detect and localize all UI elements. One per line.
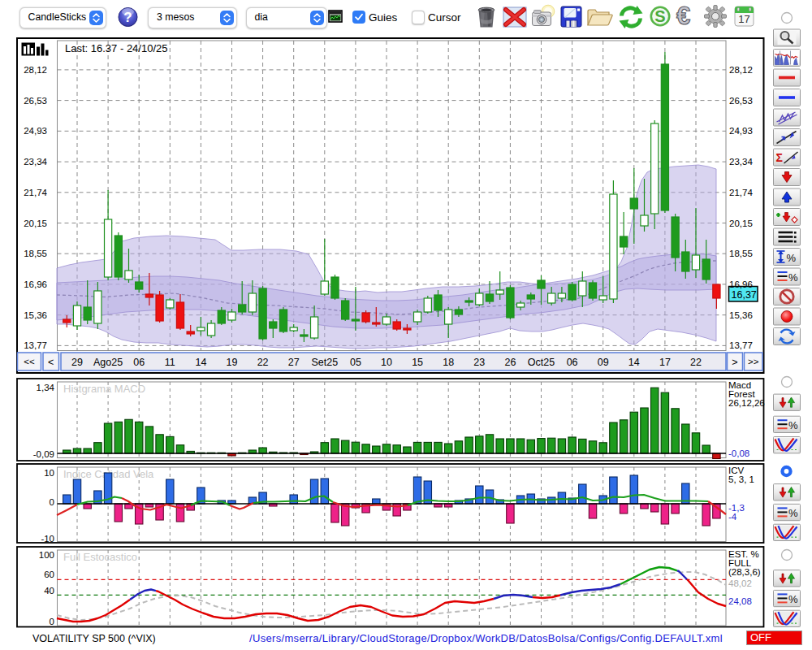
svg-text:-10: -10 — [41, 534, 54, 544]
svg-text:%: % — [787, 252, 797, 264]
svg-text:20,15: 20,15 — [729, 219, 753, 228]
svg-text:(28,3,6): (28,3,6) — [728, 567, 761, 577]
svg-text:21,74: 21,74 — [24, 188, 47, 197]
svg-text:-4: -4 — [728, 512, 737, 522]
svg-text:16,96: 16,96 — [729, 280, 753, 289]
svg-text:09: 09 — [598, 357, 609, 368]
svg-text:Σ: Σ — [776, 151, 783, 164]
svg-text:06: 06 — [567, 357, 578, 368]
svg-text:24,93: 24,93 — [729, 126, 753, 136]
svg-text:29: 29 — [71, 357, 83, 368]
svg-text:11: 11 — [165, 357, 175, 368]
svg-text:>>: >> — [748, 357, 759, 366]
svg-text:<: < — [48, 357, 54, 368]
svg-text:48,02: 48,02 — [728, 578, 752, 588]
svg-text:20,15: 20,15 — [24, 219, 47, 228]
svg-text:28,12: 28,12 — [24, 65, 47, 75]
svg-text:40: 40 — [44, 586, 54, 596]
svg-text:-0,09: -0,09 — [33, 449, 54, 459]
svg-text:13,77: 13,77 — [729, 340, 753, 350]
svg-text:Oct25: Oct25 — [528, 357, 555, 368]
svg-text:100: 100 — [39, 550, 54, 560]
svg-text:0: 0 — [50, 617, 54, 626]
svg-text:18: 18 — [443, 357, 454, 368]
svg-text:26,12,26: 26,12,26 — [728, 398, 765, 408]
svg-text:Last: 16.37 - 24/10/25: Last: 16.37 - 24/10/25 — [65, 42, 167, 54]
svg-text:14: 14 — [628, 357, 640, 368]
svg-text:Full Estocastico: Full Estocastico — [63, 551, 137, 563]
svg-text:28,12: 28,12 — [729, 65, 753, 75]
svg-text:60: 60 — [44, 570, 54, 579]
svg-text:06: 06 — [133, 357, 145, 368]
svg-text:%: % — [788, 593, 798, 605]
svg-text:5, 3, 1: 5, 3, 1 — [728, 474, 754, 484]
svg-text:18,55: 18,55 — [729, 249, 753, 258]
svg-text:26,53: 26,53 — [729, 96, 753, 106]
svg-text:18,55: 18,55 — [24, 249, 47, 258]
svg-text:19: 19 — [227, 357, 238, 368]
svg-text:10: 10 — [381, 357, 392, 368]
svg-text:%: % — [788, 419, 798, 431]
svg-text:13,77: 13,77 — [24, 340, 47, 350]
svg-text:Set25: Set25 — [311, 357, 338, 368]
svg-text:17: 17 — [659, 357, 671, 368]
svg-text:16,37: 16,37 — [732, 289, 757, 301]
svg-text:23,34: 23,34 — [24, 157, 47, 167]
svg-text:23: 23 — [473, 357, 485, 368]
svg-text:1,34: 1,34 — [37, 383, 55, 392]
svg-text:26: 26 — [504, 357, 516, 368]
svg-text:27: 27 — [288, 357, 300, 368]
svg-text:%: % — [788, 271, 798, 284]
svg-text:Ago25: Ago25 — [93, 357, 123, 368]
svg-text:%: % — [788, 507, 798, 519]
svg-text:<<: << — [24, 357, 35, 366]
svg-text:?: ? — [123, 10, 132, 25]
svg-text:14: 14 — [195, 357, 206, 368]
svg-text:€: € — [676, 2, 690, 30]
svg-text:23,34: 23,34 — [729, 157, 753, 167]
svg-text:05: 05 — [350, 357, 361, 368]
svg-text:21,74: 21,74 — [729, 188, 753, 197]
svg-text:24,08: 24,08 — [728, 596, 752, 606]
svg-text:22: 22 — [690, 357, 702, 368]
svg-text:24,93: 24,93 — [24, 126, 47, 136]
svg-text:15,36: 15,36 — [729, 310, 753, 320]
svg-text:16,96: 16,96 — [24, 280, 47, 289]
svg-text:>: > — [732, 357, 737, 368]
svg-text:0: 0 — [50, 497, 54, 507]
svg-text:22: 22 — [257, 357, 269, 368]
svg-text:15: 15 — [412, 357, 423, 368]
svg-text:-0,08: -0,08 — [728, 448, 749, 458]
svg-text:26,53: 26,53 — [24, 96, 47, 106]
svg-text:Histgrama MACD: Histgrama MACD — [63, 383, 145, 395]
svg-text:17: 17 — [738, 13, 749, 25]
svg-text:10: 10 — [44, 468, 54, 478]
svg-text:S: S — [654, 7, 665, 25]
svg-text:15,36: 15,36 — [24, 310, 47, 320]
